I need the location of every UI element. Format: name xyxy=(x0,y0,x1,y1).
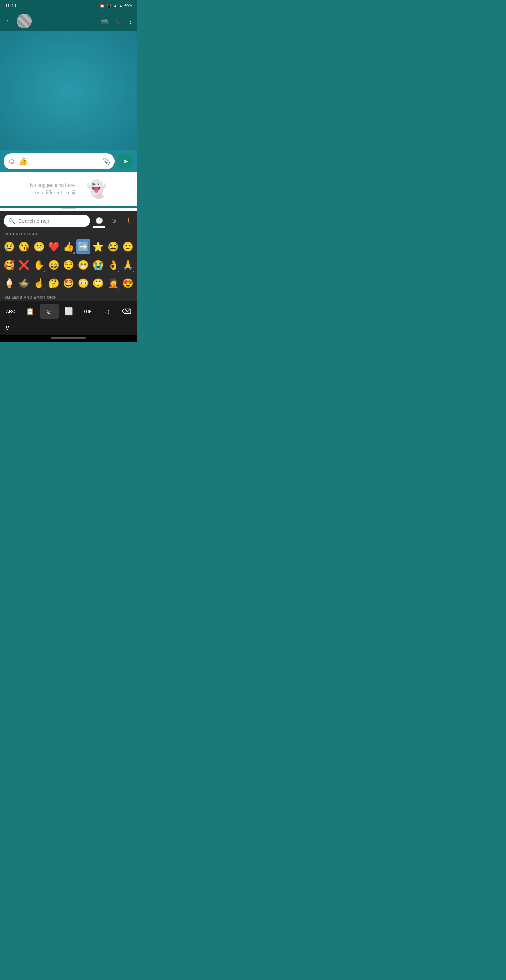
emoji-grid-recent-row3: 🍦 🍲 ☝️ 🤔 🤩 😳 🙄 🤦 😍 xyxy=(0,274,137,292)
back-button[interactable]: ← xyxy=(3,15,14,27)
chat-area xyxy=(0,31,137,150)
search-icon: 🔍 xyxy=(8,218,16,224)
emoji-bowl[interactable]: 🍲 xyxy=(17,275,31,291)
emoji-search-bar: 🔍 🕐 ☺ 🚶 🌸 ☕ xyxy=(0,211,137,229)
backspace-icon: ⌫ xyxy=(122,307,131,315)
emoji-point-up[interactable]: ☝️ xyxy=(32,275,46,291)
clipboard-button[interactable]: 📋 xyxy=(21,304,39,319)
emoji-search-input-wrap[interactable]: 🔍 xyxy=(3,215,90,227)
status-icons: ⏰ 📳 ▲ ▲ 60% xyxy=(100,3,132,8)
emoji-thumbsup[interactable]: 👍 xyxy=(62,239,76,255)
text-face-button[interactable]: :-) xyxy=(98,304,116,319)
emoji-hearteyes[interactable]: 😍 xyxy=(121,275,135,291)
suggestion-text: No suggestions here...try a different em… xyxy=(30,182,79,196)
chevron-row: ∨ xyxy=(0,322,137,334)
abc-keyboard-button[interactable]: ABC xyxy=(2,304,20,319)
contact-avatar[interactable] xyxy=(17,14,32,29)
wifi-icon: ▲ xyxy=(113,3,117,8)
emoji-right-arrow[interactable]: ➡️ xyxy=(76,239,90,255)
emoji-grid-recent-row1: 😢 😘 😁 ❤️ 👍 ➡️ ⭐ 😂 🙂 xyxy=(0,237,137,256)
gif-button[interactable]: GIF xyxy=(78,304,97,319)
thumbs-up-emoji: 👍 xyxy=(18,157,28,166)
emoji-star[interactable]: ⭐ xyxy=(91,239,105,255)
emoji-bigsmile[interactable]: 😄 xyxy=(47,257,61,273)
message-input-bar: ☺ 👍 📎 ➤ xyxy=(0,150,137,172)
emoji-facepalm[interactable]: 🤦 xyxy=(106,275,120,291)
send-button[interactable]: ➤ xyxy=(117,153,134,169)
emoji-crycry[interactable]: 😭 xyxy=(91,257,105,273)
emoji-grin[interactable]: 😁 xyxy=(32,239,46,255)
attachment-button[interactable]: 📎 xyxy=(103,158,110,165)
emoji-relieved[interactable]: 😌 xyxy=(62,257,76,273)
collapse-keyboard-button[interactable]: ∨ xyxy=(5,323,10,332)
home-indicator xyxy=(51,337,86,339)
emoji-xmark[interactable]: ❌ xyxy=(17,257,31,273)
emoji-grid-recent-row2: 🥰 ❌ ✋ 😄 😌 😁 😭 👌 🙏 xyxy=(0,256,137,274)
emoji-keyboard: 🔍 🕐 ☺ 🚶 🌸 ☕ RECENTLY USED 😢 😘 😁 ❤️ 👍 ➡️ … xyxy=(0,211,137,342)
emoji-eyeroll[interactable]: 🙄 xyxy=(91,275,105,291)
clipboard-icon: 📋 xyxy=(25,307,35,315)
category-tab-smileys[interactable]: ☺ xyxy=(108,214,120,227)
emoji-ok[interactable]: 👌 xyxy=(106,257,120,273)
home-bar xyxy=(0,334,137,342)
gif-label: GIF xyxy=(84,309,92,314)
emoji-search-input[interactable] xyxy=(18,218,85,224)
emoji-category-tabs: 🕐 ☺ 🚶 🌸 ☕ xyxy=(93,214,137,227)
text-face-label: :-) xyxy=(105,309,109,314)
emoji-starstruck[interactable]: 🤩 xyxy=(62,275,76,291)
signal-icon: ▲ xyxy=(119,3,123,8)
alarm-icon: ⏰ xyxy=(100,3,105,8)
backspace-button[interactable]: ⌫ xyxy=(117,304,136,319)
emoji-heart[interactable]: ❤️ xyxy=(47,239,61,255)
emoji-sad[interactable]: 😢 xyxy=(2,239,16,255)
emoji-wow[interactable]: 😳 xyxy=(76,275,90,291)
emoji-think[interactable]: 🤔 xyxy=(47,275,61,291)
emoji-sweat-smile[interactable]: 😁 xyxy=(76,257,90,273)
app-header: ← 📹 📞 ⋮ xyxy=(0,11,137,31)
emoji-suggestion-bar: No suggestions here...try a different em… xyxy=(0,172,137,206)
emoji-hand[interactable]: ✋ xyxy=(32,257,46,273)
emoji-keyboard-icon: ☺ xyxy=(46,307,53,315)
message-input-container[interactable]: ☺ 👍 📎 xyxy=(3,153,115,169)
emoji-laughcry[interactable]: 😂 xyxy=(106,239,120,255)
send-icon: ➤ xyxy=(123,158,128,165)
video-call-button[interactable]: 📹 xyxy=(100,17,108,25)
emoji-icecream[interactable]: 🍦 xyxy=(2,275,16,291)
ghost-icon: 👻 xyxy=(86,179,107,199)
battery-indicator: 60% xyxy=(124,3,132,8)
phone-call-button[interactable]: 📞 xyxy=(114,17,122,25)
emoji-keyboard-button[interactable]: ☺ xyxy=(40,304,59,319)
emoji-open-button[interactable]: ☺ xyxy=(8,157,16,166)
recently-used-label: RECENTLY USED xyxy=(0,229,137,237)
vibrate-icon: 📳 xyxy=(107,3,111,8)
abc-label: ABC xyxy=(6,309,16,314)
sticker-button[interactable]: ⬜ xyxy=(59,304,78,319)
suggestion-handle xyxy=(62,208,76,209)
category-tab-recent[interactable]: 🕐 xyxy=(93,214,105,227)
emoji-pray[interactable]: 🙏 xyxy=(121,257,135,273)
emoji-smile[interactable]: 🙂 xyxy=(121,239,135,255)
status-bar: 11:11 ⏰ 📳 ▲ ▲ 60% xyxy=(0,0,137,11)
header-actions: 📹 📞 ⋮ xyxy=(100,17,134,25)
keyboard-bottom-bar: ABC 📋 ☺ ⬜ GIF :-) ⌫ xyxy=(0,301,137,322)
emoji-hearts[interactable]: 🥰 xyxy=(2,257,16,273)
menu-button[interactable]: ⋮ xyxy=(127,17,134,25)
emoji-kiss[interactable]: 😘 xyxy=(17,239,31,255)
status-time: 11:11 xyxy=(5,3,16,8)
smileys-emotions-label: SMILEYS AND EMOTIONS xyxy=(0,292,137,301)
sticker-icon: ⬜ xyxy=(64,307,73,315)
category-tab-people[interactable]: 🚶 xyxy=(122,214,135,227)
